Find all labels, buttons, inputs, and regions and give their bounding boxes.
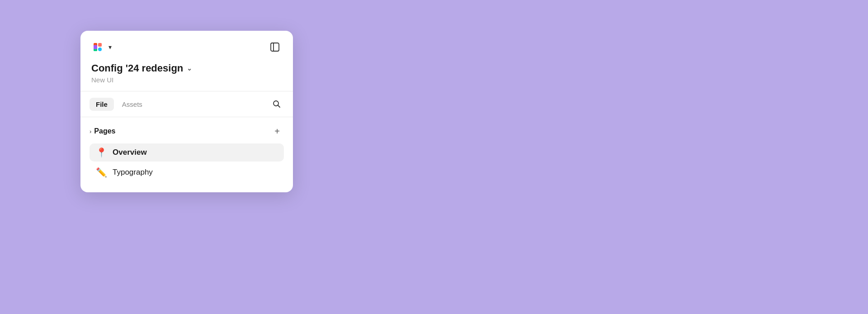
page-item-overview[interactable]: 📍 Overview (90, 143, 284, 162)
page-name-typography: Typography (113, 168, 153, 177)
add-page-button[interactable]: + (270, 124, 284, 138)
tab-file[interactable]: File (90, 98, 114, 111)
panel: ▾ Config '24 redesign ⌄ New UI File Asse… (80, 31, 293, 192)
header-top-row: ▾ (91, 40, 282, 54)
figma-logo-button[interactable]: ▾ (91, 41, 112, 53)
page-item-typography[interactable]: ✏️ Typography (90, 163, 284, 181)
pages-chevron-icon: › (90, 128, 91, 135)
figma-logo-chevron: ▾ (108, 43, 112, 51)
tabs-section: File Assets (80, 91, 293, 117)
page-name-overview: Overview (113, 148, 147, 157)
page-icon-typography: ✏️ (96, 168, 107, 177)
pages-title-row: › Pages (90, 127, 115, 135)
project-subtitle: New UI (91, 76, 282, 84)
page-icon-overview: 📍 (96, 148, 107, 157)
sidebar-toggle-icon (270, 42, 280, 52)
svg-line-9 (278, 105, 280, 108)
header-section: ▾ Config '24 redesign ⌄ New UI (80, 31, 293, 91)
svg-rect-1 (98, 43, 102, 47)
tabs-list: File Assets (90, 98, 149, 111)
pages-header: › Pages + (90, 124, 284, 138)
pages-label: Pages (94, 127, 115, 135)
svg-rect-5 (94, 45, 97, 49)
svg-rect-6 (271, 43, 279, 51)
search-icon (272, 100, 281, 109)
sidebar-toggle-button[interactable] (268, 40, 282, 54)
search-button[interactable] (269, 97, 284, 111)
project-title-chevron: ⌄ (187, 65, 192, 72)
project-title-text: Config '24 redesign (91, 62, 183, 74)
tab-assets[interactable]: Assets (116, 98, 149, 111)
project-title[interactable]: Config '24 redesign ⌄ (91, 62, 282, 74)
svg-point-3 (98, 48, 102, 51)
figma-icon (91, 41, 104, 53)
pages-section: › Pages + 📍 Overview ✏️ Typography (80, 117, 293, 192)
